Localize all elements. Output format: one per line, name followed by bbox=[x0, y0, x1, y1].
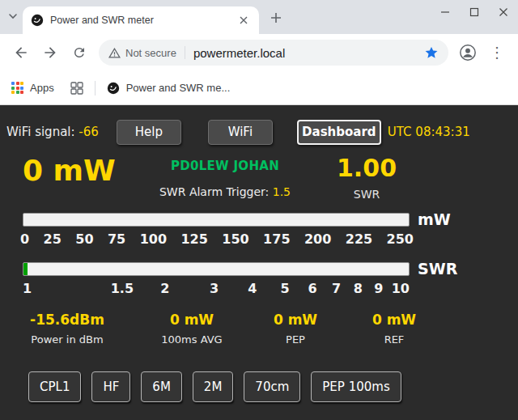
site-favicon bbox=[31, 14, 44, 27]
mw-meter: mW bbox=[23, 210, 518, 228]
reading-label: Power in dBm bbox=[6, 333, 128, 346]
cpl1-button[interactable]: CPL1 bbox=[28, 371, 81, 402]
tick-label: 4 bbox=[248, 281, 257, 296]
swr-alarm-value: 1.5 bbox=[273, 185, 291, 198]
swr-meter-unit: SWR bbox=[418, 260, 457, 278]
reading-avg: 0 mW 100ms AVG bbox=[142, 312, 241, 346]
tick-label: 0 bbox=[20, 231, 29, 247]
address-divider bbox=[185, 46, 185, 59]
refresh-icon[interactable] bbox=[65, 38, 94, 67]
minimize-icon[interactable] bbox=[431, 0, 460, 24]
tick-label: 200 bbox=[304, 231, 331, 247]
tick-label: 150 bbox=[222, 231, 248, 247]
help-button[interactable]: Help bbox=[117, 120, 181, 145]
tick-label: 1.5 bbox=[111, 281, 134, 296]
tick-label: 5 bbox=[281, 281, 290, 296]
tick-label: 75 bbox=[108, 231, 125, 247]
tick-label: 25 bbox=[44, 231, 62, 247]
tick-label: 225 bbox=[346, 231, 372, 247]
power-main-value: 0 mW bbox=[23, 155, 144, 201]
browser-window: Power and SWR meter bbox=[0, 0, 518, 420]
reading-pep: 0 mW PEP bbox=[251, 312, 340, 346]
browser-tab[interactable]: Power and SWR meter bbox=[23, 6, 259, 34]
swr-alarm-text: SWR Alarm Trigger: 1.5 bbox=[144, 185, 306, 198]
reading-dbm: -15.6dBm Power in dBm bbox=[6, 312, 128, 346]
back-icon[interactable] bbox=[6, 38, 36, 67]
apps-label: Apps bbox=[30, 82, 54, 94]
tick-label: 250 bbox=[387, 231, 414, 247]
tab-close-icon[interactable] bbox=[236, 13, 251, 28]
tick-label: 9 bbox=[374, 281, 383, 296]
utc-time: UTC 08:43:31 bbox=[388, 125, 470, 139]
mw-meter-track bbox=[23, 213, 410, 227]
reading-label: 100ms AVG bbox=[142, 333, 241, 346]
not-secure-warning-icon[interactable] bbox=[108, 47, 121, 59]
swr-caption: SWR bbox=[306, 188, 427, 201]
apps-shortcut[interactable]: Apps bbox=[11, 82, 54, 94]
swr-alarm-label: SWR Alarm Trigger: bbox=[159, 185, 269, 198]
6m-button[interactable]: 6M bbox=[141, 371, 182, 402]
tick-label: 2 bbox=[160, 281, 169, 296]
navigation-bar: Not secure powermeter.local ⋮ bbox=[0, 34, 518, 71]
reading-label: PEP bbox=[251, 333, 340, 346]
swr-meter-ticks: 1 1.5 2 3 4 5 6 7 8 9 10 bbox=[23, 281, 410, 297]
tick-label: 100 bbox=[140, 231, 167, 247]
mw-meter-ticks: 0 25 50 75 100 125 150 175 200 225 250 bbox=[20, 231, 414, 247]
readings-row: -15.6dBm Power in dBm 0 mW 100ms AVG 0 m… bbox=[6, 312, 518, 346]
dashboard-button[interactable]: Dashboard bbox=[297, 120, 381, 145]
chevron-down-icon[interactable] bbox=[7, 11, 19, 25]
window-controls bbox=[431, 0, 518, 24]
tab-title: Power and SWR meter bbox=[50, 15, 236, 26]
tick-label: 6 bbox=[308, 281, 316, 296]
window-close-icon[interactable] bbox=[489, 0, 518, 24]
new-tab-icon[interactable] bbox=[270, 12, 282, 27]
reading-value: -15.6dBm bbox=[6, 312, 128, 328]
security-label[interactable]: Not secure bbox=[125, 47, 176, 59]
bookmark-star-icon[interactable] bbox=[424, 45, 439, 60]
grid-icon[interactable] bbox=[70, 82, 83, 95]
tick-label: 3 bbox=[210, 281, 219, 296]
bookmarks-bar: Apps Power and SWR me... bbox=[0, 71, 518, 105]
tick-label: 10 bbox=[392, 281, 410, 296]
wifi-signal-value: -66 bbox=[79, 125, 99, 139]
tick-label: 1 bbox=[23, 281, 32, 296]
forward-icon[interactable] bbox=[36, 38, 65, 67]
tab-strip: Power and SWR meter bbox=[0, 0, 518, 34]
bookmarks-divider bbox=[95, 81, 96, 95]
tick-label: 175 bbox=[263, 231, 290, 247]
swr-meter-fill bbox=[23, 263, 28, 275]
apps-grid-icon bbox=[11, 82, 23, 94]
reading-value: 0 mW bbox=[142, 312, 241, 328]
tick-label: 7 bbox=[332, 281, 341, 296]
swr-meter-track bbox=[23, 262, 410, 276]
callsign: PD0LEW JOHAN bbox=[144, 159, 306, 173]
wifi-signal-label: WiFi signal: bbox=[6, 125, 75, 139]
2m-button[interactable]: 2M bbox=[193, 371, 234, 402]
wifi-signal-text: WiFi signal: -66 bbox=[6, 125, 99, 139]
reading-value: 0 mW bbox=[346, 312, 442, 328]
reading-label: REF bbox=[346, 333, 442, 346]
url-text: powermeter.local bbox=[193, 46, 285, 60]
70cm-button[interactable]: 70cm bbox=[244, 371, 300, 402]
wifi-button[interactable]: WiFi bbox=[208, 120, 273, 145]
power-meter-page: WiFi signal: -66 Help WiFi Dashboard UTC… bbox=[0, 105, 518, 420]
bookmark-title: Power and SWR me... bbox=[126, 82, 231, 94]
maximize-icon[interactable] bbox=[460, 0, 489, 24]
reading-value: 0 mW bbox=[251, 312, 340, 328]
mw-meter-unit: mW bbox=[418, 210, 451, 228]
swr-meter: SWR bbox=[23, 260, 518, 278]
profile-icon[interactable] bbox=[453, 38, 482, 67]
menu-dots-icon[interactable]: ⋮ bbox=[482, 38, 512, 67]
bookmark-item[interactable]: Power and SWR me... bbox=[107, 82, 231, 95]
tick-label: 125 bbox=[180, 231, 207, 247]
site-favicon bbox=[107, 82, 120, 95]
address-bar[interactable]: Not secure powermeter.local bbox=[99, 40, 448, 66]
pep-100ms-button[interactable]: PEP 100ms bbox=[311, 371, 401, 402]
hf-button[interactable]: HF bbox=[91, 371, 130, 402]
tick-label: 50 bbox=[75, 231, 93, 247]
mode-buttons-row: CPL1 HF 6M 2M 70cm PEP 100ms bbox=[28, 371, 518, 402]
swr-main-value: 1.00 bbox=[306, 155, 427, 181]
reading-ref: 0 mW REF bbox=[346, 312, 442, 346]
tick-label: 8 bbox=[354, 281, 363, 296]
